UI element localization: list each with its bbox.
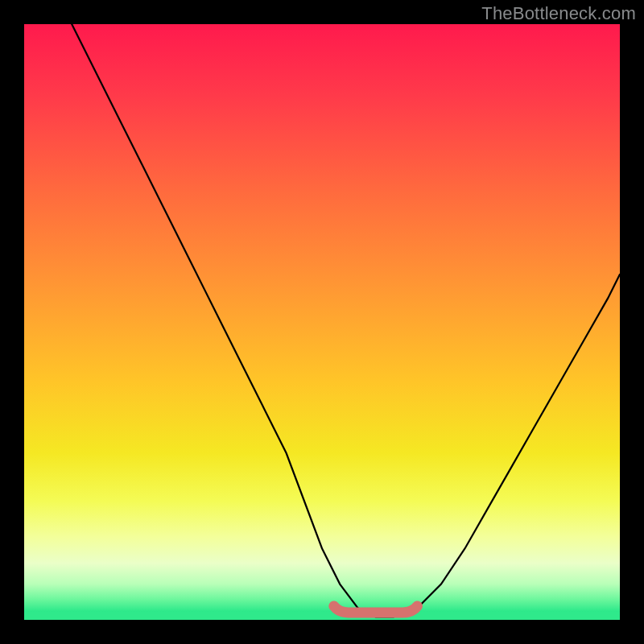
- sweet-spot-marker: [334, 606, 418, 613]
- bottleneck-curve: [72, 24, 620, 617]
- chart-overlay: [24, 24, 620, 620]
- watermark-text: TheBottleneck.com: [481, 3, 636, 24]
- chart-frame: TheBottleneck.com: [0, 0, 644, 644]
- plot-area: [24, 24, 620, 620]
